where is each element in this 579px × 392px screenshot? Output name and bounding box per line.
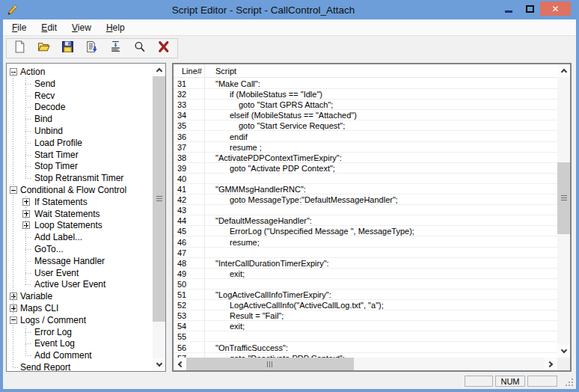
script-line-52[interactable]: 52LogActiveCallInfo("ActiveCallLog.txt",… (174, 300, 557, 310)
script-line-42[interactable]: 42goto MessageType:"DefaultMessageHandle… (174, 195, 557, 205)
menu-file[interactable]: File (4, 20, 34, 35)
line-text: ErrorLog ("Unspecified Message ", Messag… (204, 227, 414, 236)
editor-scroll-thumb[interactable] (557, 162, 570, 234)
open-script-button[interactable] (34, 40, 52, 57)
tree-item-loop-statements[interactable]: Loop Statements (7, 219, 153, 231)
line-number: 45 (177, 227, 186, 236)
script-line-53[interactable]: 53Result = "Fail"; (174, 310, 557, 321)
tree-item-send[interactable]: Send (7, 78, 153, 90)
tree-item-conditional-flow-control[interactable]: Conditional & Flow Control (7, 184, 153, 196)
script-line-55[interactable]: 55 (174, 331, 557, 342)
script-line-50[interactable]: 50 (174, 279, 557, 290)
delete-button[interactable] (154, 40, 172, 57)
tree-scroll-down-button[interactable] (153, 358, 165, 371)
tree-item-user-event[interactable]: User Event (7, 267, 153, 279)
tree-item-action[interactable]: Action (7, 66, 153, 78)
script-line-44[interactable]: 44"DefaultMessageHandler": (174, 215, 557, 226)
tree-item-add-label[interactable]: Add Label... (7, 231, 153, 243)
script-line-54[interactable]: 54exit; (174, 321, 557, 331)
tree-item-bind[interactable]: Bind (7, 113, 153, 125)
find-button[interactable] (130, 40, 148, 57)
tree-item-stop-timer[interactable]: Stop Timer (7, 160, 153, 172)
editor-scroll-left-button[interactable] (174, 358, 186, 370)
expand-icon[interactable] (10, 304, 17, 312)
script-line-45[interactable]: 45ErrorLog ("Unspecified Message ", Mess… (174, 226, 557, 236)
editor-horizontal-scrollbar[interactable] (174, 358, 557, 370)
line-text: "Make Call": (204, 79, 260, 88)
export-script-button[interactable] (82, 40, 100, 57)
tree-item-unbind[interactable]: Unbind (7, 125, 153, 137)
window-content: FileEditViewHelp ActionSendRecvDecodeBin… (3, 19, 576, 389)
menu-view[interactable]: View (64, 20, 99, 35)
script-line-35[interactable]: 35goto "Start Service Request"; (174, 120, 557, 131)
script-line-43[interactable]: 43 (174, 205, 557, 215)
editor-scroll-right-button[interactable] (545, 358, 557, 370)
script-line-48[interactable]: 48"InterCallDurationTimerExpiry": (174, 258, 557, 269)
maximize-button[interactable] (519, 1, 540, 16)
script-line-36[interactable]: 36endif (174, 132, 557, 142)
minimize-button[interactable] (498, 1, 519, 16)
script-line-46[interactable]: 46resume; (174, 237, 557, 248)
tree-item-maps-cli[interactable]: Maps CLI (7, 302, 153, 314)
titlebar[interactable]: Script Editor - Script - CallControl_Att… (0, 0, 579, 19)
tree-item-label: Variable (20, 291, 52, 301)
expand-icon[interactable] (22, 210, 30, 218)
scroll-grip-icon (267, 361, 273, 367)
expand-icon[interactable] (22, 221, 30, 229)
menu-edit[interactable]: Edit (34, 20, 64, 35)
script-line-51[interactable]: 51"LogActiveCallInfoTimerExpiry": (174, 290, 557, 300)
script-line-56[interactable]: 56"OnTrafficSuccess": (174, 343, 557, 353)
tree-item-wait-statements[interactable]: Wait Statements (7, 208, 153, 220)
script-line-47[interactable]: 47 (174, 248, 557, 258)
expand-icon[interactable] (22, 198, 30, 206)
tree-item-variable[interactable]: Variable (7, 290, 153, 302)
resize-grip[interactable] (564, 379, 573, 388)
tree-item-recv[interactable]: Recv (7, 90, 153, 102)
script-line-32[interactable]: 32if (MobileStatus == "Idle") (174, 89, 557, 99)
script-line-33[interactable]: 33goto "Start GPRS Attach"; (174, 99, 557, 110)
script-line-31[interactable]: 31"Make Call": (174, 79, 557, 89)
script-line-34[interactable]: 34elseif (MobileStatus == "Attached") (174, 110, 557, 120)
tree-item-error-log[interactable]: Error Log (7, 326, 153, 338)
menu-help[interactable]: Help (99, 20, 132, 35)
tree-item-message-handler[interactable]: Message Handler (7, 255, 153, 267)
line-text: goto MessageType:"DefaultMessageHandler"… (204, 195, 398, 204)
line-number: 55 (177, 332, 186, 341)
insert-line-button[interactable] (106, 40, 124, 57)
editor-hscroll-thumb[interactable] (186, 358, 354, 370)
tree-item-logs-comment[interactable]: Logs / Comment (7, 314, 153, 326)
script-line-49[interactable]: 49exit; (174, 269, 557, 279)
tree-item-start-timer[interactable]: Start Timer (7, 149, 153, 161)
new-script-button[interactable] (10, 40, 28, 57)
collapse-icon[interactable] (10, 68, 17, 76)
editor-vertical-scrollbar[interactable] (557, 64, 570, 358)
editor-scroll-up-button[interactable] (557, 64, 570, 77)
tree-scroll-up-button[interactable] (153, 64, 165, 76)
script-line-40[interactable]: 40 (174, 174, 557, 184)
tree-item-goto[interactable]: GoTo... (7, 243, 153, 255)
editor-scroll-down-button[interactable] (557, 345, 570, 358)
save-script-button[interactable] (58, 40, 76, 57)
tree-item-event-log[interactable]: Event Log (7, 337, 153, 349)
tree-scroll-thumb[interactable] (153, 76, 165, 322)
script-line-38[interactable]: 38"ActivatePDPContextTimerExpiry": (174, 153, 557, 163)
menubar: FileEditViewHelp (3, 19, 576, 36)
script-line-41[interactable]: 41"GMMMsgHandlerRNC": (174, 184, 557, 195)
tree-item-stop-retransmit-timer[interactable]: Stop Retransmit Timer (7, 172, 153, 184)
expand-icon[interactable] (10, 293, 17, 300)
close-button[interactable]: ✕ (540, 1, 571, 16)
script-line-37[interactable]: 37resume ; (174, 142, 557, 153)
tree-vertical-scrollbar[interactable] (153, 64, 165, 371)
tree-item-send-report[interactable]: Send Report (7, 361, 153, 371)
line-number: 42 (177, 195, 186, 204)
tree-item-add-comment[interactable]: Add Comment (7, 349, 153, 361)
collapse-icon[interactable] (10, 186, 17, 194)
tree-item-label: Add Label... (34, 232, 82, 242)
tree-item-if-statements[interactable]: If Statements (7, 196, 153, 208)
tree-item-active-user-event[interactable]: Active User Event (7, 278, 153, 290)
line-number: 48 (177, 259, 186, 268)
tree-item-load-profile[interactable]: Load Profile (7, 137, 153, 149)
tree-item-decode[interactable]: Decode (7, 101, 153, 113)
script-line-39[interactable]: 39goto "Activate PDP Context"; (174, 163, 557, 174)
collapse-icon[interactable] (10, 316, 17, 324)
